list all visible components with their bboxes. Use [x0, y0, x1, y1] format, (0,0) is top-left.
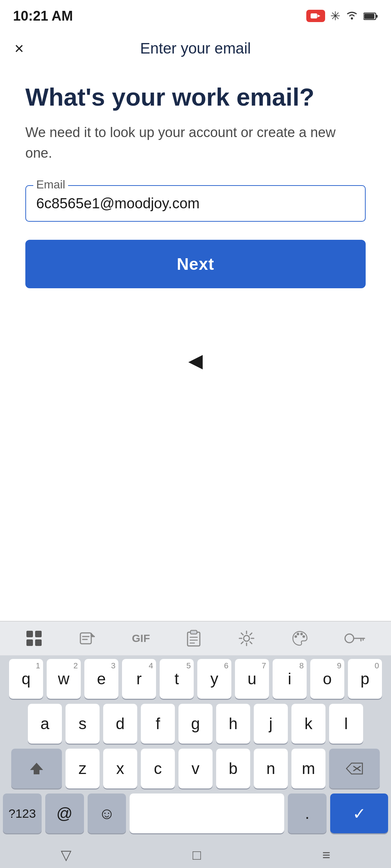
svg-rect-8	[26, 639, 33, 646]
key-shift[interactable]	[11, 749, 62, 788]
svg-point-20	[297, 633, 299, 635]
svg-point-22	[303, 635, 305, 638]
key-e[interactable]: 3e	[84, 659, 118, 699]
main-content: What's your work email? We need it to lo…	[0, 68, 391, 303]
key-v[interactable]: v	[178, 749, 213, 788]
key-b[interactable]: b	[216, 749, 250, 788]
page-heading: What's your work email?	[25, 82, 366, 112]
key-period[interactable]: .	[288, 793, 327, 833]
recording-icon	[306, 10, 325, 22]
keyboard-gif-button[interactable]: GIF	[132, 632, 150, 644]
key-p[interactable]: 0p	[348, 659, 382, 699]
key-row-1: 1q 2w 3e 4r 5t 6y 7u 8i 9o 0p	[3, 659, 388, 699]
bluetooth-icon: ✳	[330, 9, 340, 23]
key-d[interactable]: d	[103, 704, 137, 744]
svg-rect-0	[311, 13, 317, 18]
svg-rect-10	[80, 633, 91, 644]
key-k[interactable]: k	[291, 704, 325, 744]
keyboard-grid-icon[interactable]	[25, 629, 43, 647]
key-num-switch[interactable]: ?123	[3, 793, 42, 833]
key-row-3: z x c v b n m	[3, 749, 388, 788]
email-input[interactable]	[36, 192, 355, 214]
key-w[interactable]: 2w	[47, 659, 81, 699]
key-u[interactable]: 7u	[235, 659, 269, 699]
key-h[interactable]: h	[216, 704, 250, 744]
key-z[interactable]: z	[66, 749, 100, 788]
svg-marker-27	[30, 763, 43, 774]
email-field-wrapper: Email	[25, 185, 366, 222]
svg-rect-7	[35, 631, 42, 637]
svg-rect-9	[35, 639, 42, 646]
keyboard-key-icon[interactable]	[344, 632, 366, 644]
header-title: Enter your email	[140, 40, 251, 57]
key-i[interactable]: 8i	[273, 659, 307, 699]
key-delete[interactable]	[329, 749, 380, 788]
keyboard-settings-icon[interactable]	[237, 629, 256, 647]
svg-point-2	[351, 17, 353, 20]
svg-point-18	[244, 635, 249, 641]
keyboard-sticker-icon[interactable]	[79, 629, 97, 647]
next-button[interactable]: Next	[25, 240, 366, 288]
keyboard-toolbar: GIF	[0, 621, 391, 655]
cursor-area: ◀	[0, 303, 391, 418]
svg-point-19	[295, 635, 297, 638]
key-o[interactable]: 9o	[310, 659, 344, 699]
svg-rect-6	[26, 631, 33, 637]
key-emoji[interactable]: ☺	[88, 793, 126, 833]
header: × Enter your email	[0, 29, 391, 68]
key-g[interactable]: g	[178, 704, 213, 744]
key-l[interactable]: l	[329, 704, 363, 744]
cursor-icon: ◀	[188, 350, 203, 371]
key-j[interactable]: j	[254, 704, 288, 744]
svg-point-23	[345, 634, 354, 643]
bottom-nav: ▽ □ ≡	[0, 840, 391, 868]
nav-back-button[interactable]: ▽	[61, 847, 71, 863]
key-q[interactable]: 1q	[9, 659, 43, 699]
svg-point-21	[300, 633, 303, 635]
svg-rect-5	[364, 14, 374, 19]
key-c[interactable]: c	[141, 749, 175, 788]
battery-icon	[363, 9, 378, 23]
key-at[interactable]: @	[45, 793, 84, 833]
key-s[interactable]: s	[66, 704, 100, 744]
key-row-2: a s d f g h j k l	[3, 704, 388, 744]
keyboard-palette-icon[interactable]	[291, 629, 309, 647]
status-icons: ✳	[306, 9, 378, 23]
keyboard-clipboard-icon[interactable]	[185, 629, 202, 647]
key-f[interactable]: f	[141, 704, 175, 744]
wifi-icon	[345, 9, 358, 23]
key-row-4: ?123 @ ☺ . ✓	[3, 793, 388, 833]
keyboard: GIF	[0, 621, 391, 868]
key-m[interactable]: m	[291, 749, 325, 788]
page-subtext: We need it to look up your account or cr…	[25, 122, 366, 163]
key-t[interactable]: 5t	[160, 659, 194, 699]
svg-rect-14	[190, 630, 197, 634]
key-y[interactable]: 6y	[197, 659, 231, 699]
key-x[interactable]: x	[103, 749, 137, 788]
status-time: 10:21 AM	[13, 8, 73, 24]
key-r[interactable]: 4r	[122, 659, 156, 699]
nav-menu-button[interactable]: ≡	[322, 847, 330, 863]
svg-marker-1	[318, 14, 320, 17]
email-label: Email	[33, 178, 68, 191]
nav-home-button[interactable]: □	[193, 847, 201, 863]
key-a[interactable]: a	[28, 704, 62, 744]
keyboard-rows: 1q 2w 3e 4r 5t 6y 7u 8i 9o 0p a s d f g …	[0, 655, 391, 840]
key-n[interactable]: n	[254, 749, 288, 788]
key-submit[interactable]: ✓	[330, 793, 388, 833]
svg-rect-4	[376, 15, 378, 18]
status-bar: 10:21 AM ✳	[0, 0, 391, 29]
key-space[interactable]	[130, 793, 284, 833]
close-button[interactable]: ×	[14, 41, 24, 56]
